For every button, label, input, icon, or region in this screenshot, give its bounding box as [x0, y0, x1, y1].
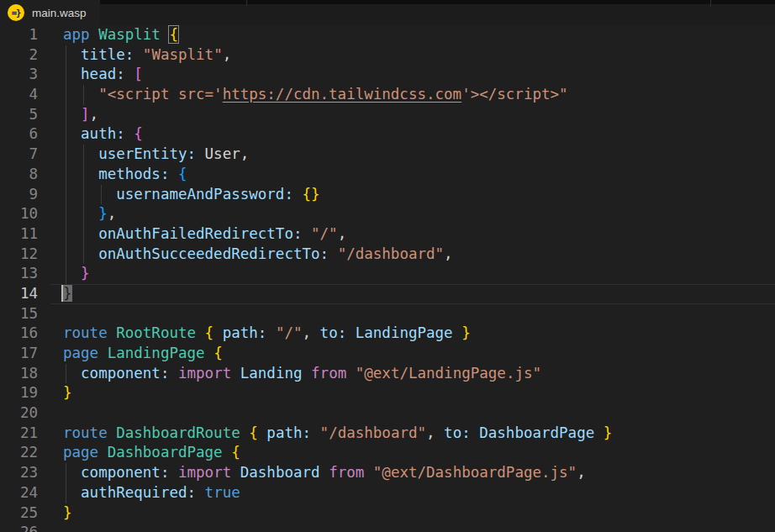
tab-main-wasp[interactable]: =} main.wasp [0, 0, 100, 25]
code-line-text: route DashboardRoute { path: "/dashboard… [63, 424, 612, 444]
code-line-text: route RootRoute { path: "/", to: Landing… [63, 324, 471, 344]
code-line-text: onAuthFailedRedirectTo: "/", [63, 224, 346, 245]
line-number[interactable]: 7 [0, 145, 38, 165]
line-number[interactable]: 4 [0, 85, 38, 105]
code-line[interactable]: 18 component: import Landing from "@ext/… [0, 364, 775, 384]
code-line-text: "<script src='https://cdn.tailwindcss.co… [63, 85, 568, 105]
code-line-text: authRequired: true [63, 483, 240, 503]
line-number[interactable]: 26 [0, 523, 38, 532]
code-line[interactable]: 15 [0, 304, 775, 324]
line-number[interactable]: 15 [0, 304, 38, 324]
code-line[interactable]: 26 [0, 523, 775, 532]
line-number[interactable]: 6 [0, 124, 38, 145]
line-number[interactable]: 23 [0, 463, 38, 483]
code-line[interactable]: 10 }, [0, 204, 775, 224]
code-line-text: title: "Wasplit", [63, 45, 231, 66]
code-line[interactable]: 1app Wasplit { [0, 25, 775, 45]
code-line[interactable]: 24 authRequired: true [0, 483, 775, 503]
editor[interactable]: 1app Wasplit {2 title: "Wasplit",3 head:… [0, 25, 775, 532]
code-line-text: } [63, 383, 72, 403]
code-line-text: onAuthSucceededRedirectTo: "/dashboard", [63, 245, 453, 265]
cursor: } [63, 285, 72, 302]
code-line[interactable]: 5 ], [0, 105, 775, 125]
code-line-text: auth: { [63, 124, 143, 145]
line-number[interactable]: 21 [0, 424, 38, 444]
code-line-text: usernameAndPassword: {} [63, 185, 320, 205]
line-number[interactable]: 5 [0, 105, 38, 125]
code-line[interactable]: 3 head: [ [0, 65, 775, 85]
tab-bar: =} main.wasp [0, 0, 775, 25]
line-number[interactable]: 12 [0, 245, 38, 265]
code-line[interactable]: 4 "<script src='https://cdn.tailwindcss.… [0, 85, 775, 105]
code-line-text: userEntity: User, [63, 145, 249, 165]
code-line[interactable]: 7 userEntity: User, [0, 145, 775, 165]
line-number[interactable]: 18 [0, 364, 38, 384]
line-number[interactable]: 11 [0, 224, 38, 245]
code-line[interactable]: 6 auth: { [0, 124, 775, 145]
code-line-text: methods: { [63, 165, 187, 185]
vscode-window: =} main.wasp 1app Wasplit {2 title: "Was… [0, 0, 775, 532]
code-line[interactable]: 16route RootRoute { path: "/", to: Landi… [0, 324, 775, 344]
tab-separator [710, 0, 711, 7]
code-line-text: head: [ [63, 65, 143, 85]
line-number[interactable]: 19 [0, 383, 38, 403]
code-line[interactable]: 8 methods: { [0, 165, 775, 185]
code-line[interactable]: 11 onAuthFailedRedirectTo: "/", [0, 224, 775, 245]
line-number[interactable]: 17 [0, 344, 38, 364]
code-line[interactable]: 21route DashboardRoute { path: "/dashboa… [0, 424, 775, 444]
line-number[interactable]: 1 [0, 25, 38, 45]
code-line[interactable]: 23 component: import Dashboard from "@ex… [0, 463, 775, 483]
code-line[interactable]: 20 [0, 403, 775, 424]
line-number[interactable]: 13 [0, 264, 38, 284]
line-number[interactable]: 25 [0, 503, 38, 524]
tab-separator [246, 0, 247, 6]
code-line-text: } [63, 503, 72, 524]
code-line-text: page LandingPage { [63, 344, 223, 364]
line-number[interactable]: 14 [0, 284, 38, 304]
code-line-text: }, [63, 204, 116, 224]
code-line[interactable]: 19} [0, 383, 775, 403]
tab-filename: main.wasp [32, 7, 87, 19]
line-number[interactable]: 8 [0, 165, 38, 185]
line-number[interactable]: 24 [0, 483, 38, 503]
line-number[interactable]: 10 [0, 204, 38, 224]
code-line[interactable]: 2 title: "Wasplit", [0, 45, 775, 66]
code-line[interactable]: 22page DashboardPage { [0, 443, 775, 463]
line-number[interactable]: 20 [0, 403, 38, 424]
code-line[interactable]: 13 } [0, 264, 775, 284]
code-line-text: component: import Landing from "@ext/Lan… [63, 364, 541, 384]
line-number[interactable]: 22 [0, 443, 38, 463]
code-line-text: app Wasplit { [63, 25, 178, 45]
code-line-text: } [63, 264, 90, 284]
tabbar-top-border [94, 0, 775, 4]
line-number[interactable]: 2 [0, 45, 38, 66]
code-line[interactable]: 12 onAuthSucceededRedirectTo: "/dashboar… [0, 245, 775, 265]
code-line[interactable]: 25} [0, 503, 775, 524]
code-line[interactable]: 17page LandingPage { [0, 344, 775, 364]
line-number[interactable]: 3 [0, 65, 38, 85]
code-line-text: ], [63, 105, 98, 125]
line-number[interactable]: 16 [0, 324, 38, 344]
code-line-text: } [63, 284, 72, 304]
code-line-text: component: import Dashboard from "@ext/D… [63, 463, 586, 483]
line-number[interactable]: 9 [0, 185, 38, 205]
code-line[interactable]: 14} [0, 284, 775, 304]
code-line-text: page DashboardPage { [63, 443, 240, 463]
code-line[interactable]: 9 usernameAndPassword: {} [0, 185, 775, 205]
wasp-logo-icon: =} [8, 4, 24, 21]
